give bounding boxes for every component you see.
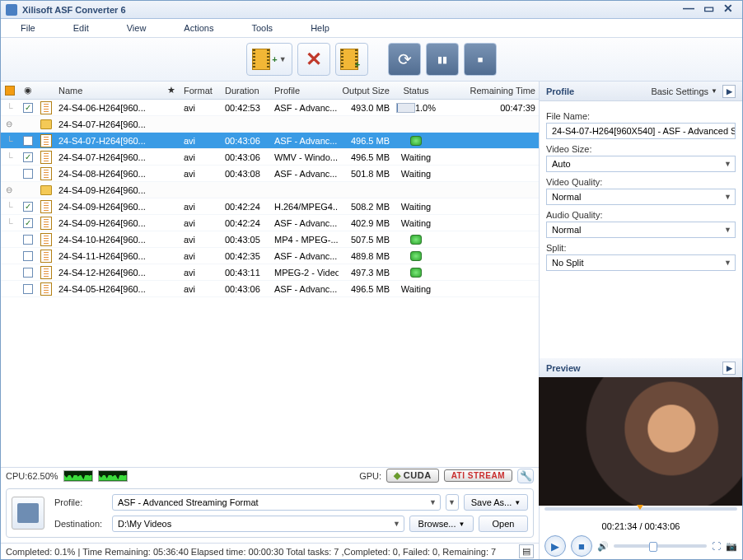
timeline[interactable] xyxy=(540,505,742,520)
grid-body[interactable]: └24-S4-06-H264[960...avi00:42:53ASF - Ad… xyxy=(1,100,539,467)
preview-video[interactable] xyxy=(539,377,742,506)
header-toggle-icon[interactable] xyxy=(5,86,15,96)
menu-actions[interactable]: Actions xyxy=(179,21,218,35)
row-status xyxy=(393,136,439,146)
pause-button[interactable]: ▮▮ xyxy=(426,43,459,76)
stop-button[interactable]: ■ xyxy=(464,43,497,76)
row-checkbox[interactable] xyxy=(23,136,33,146)
folder-icon xyxy=(40,119,52,129)
split-select[interactable]: No Split▼ xyxy=(546,254,736,271)
destination-field[interactable]: D:\My Videos▼ xyxy=(112,516,404,532)
row-profile: MPEG-2 - Video xyxy=(271,268,339,278)
basic-settings-button[interactable]: Basic Settings ▼ xyxy=(651,86,717,96)
row-status: Waiting xyxy=(393,284,439,294)
menu-tools[interactable]: Tools xyxy=(246,21,278,35)
col-star[interactable]: ★ xyxy=(162,85,180,96)
file-row[interactable]: └24-S4-07-H264[960...avi00:43:06WMV - Wi… xyxy=(1,149,539,166)
row-duration: 00:43:06 xyxy=(222,136,271,146)
log-icon[interactable]: ▤ xyxy=(519,544,534,558)
col-profile[interactable]: Profile xyxy=(271,86,339,96)
collapse-icon[interactable]: ⊖ xyxy=(6,119,14,128)
row-checkbox[interactable] xyxy=(23,284,33,294)
row-status xyxy=(393,251,439,261)
stop-preview-button[interactable]: ■ xyxy=(571,535,592,557)
volume-icon[interactable]: 🔊 xyxy=(597,541,609,552)
audioquality-select[interactable]: Normal▼ xyxy=(546,222,736,238)
cpu-label: CPU:62.50% xyxy=(6,471,58,481)
open-button[interactable]: Open xyxy=(479,516,528,532)
profile-select[interactable]: ASF - Advanced Streaming Format▼ xyxy=(112,494,441,511)
row-checkbox[interactable] xyxy=(23,268,33,278)
collapse-icon[interactable]: ⊖ xyxy=(6,185,14,194)
row-checkbox[interactable] xyxy=(23,202,33,212)
row-duration: 00:43:06 xyxy=(222,152,271,162)
file-row[interactable]: 24-S4-11-H264[960...avi00:42:35ASF - Adv… xyxy=(1,248,539,264)
group-row[interactable]: ⊖24-S4-09-H264[960... xyxy=(1,182,539,198)
row-duration: 00:42:24 xyxy=(222,202,271,212)
minimize-button[interactable]: — xyxy=(680,3,698,16)
status-led-icon xyxy=(410,251,422,261)
row-checkbox[interactable] xyxy=(23,251,33,261)
cuda-badge[interactable]: ◆ CUDA xyxy=(386,469,439,483)
col-name[interactable]: Name xyxy=(55,86,162,96)
fullscreen-icon[interactable]: ⛶ xyxy=(712,541,721,551)
play-button[interactable]: ▶ xyxy=(544,535,566,557)
toolbar: +▼ ✕ + ⟳ ▮▮ ■ xyxy=(1,37,742,82)
file-row[interactable]: └24-S4-07-H264[960...avi00:43:06ASF - Ad… xyxy=(1,133,539,149)
row-checkbox[interactable] xyxy=(23,169,33,179)
file-row[interactable]: └24-S4-09-H264[960...avi00:42:24H.264/MP… xyxy=(1,198,539,215)
row-checkbox[interactable] xyxy=(23,235,33,245)
volume-slider[interactable] xyxy=(614,544,707,548)
chevron-down-icon: ▼ xyxy=(724,259,731,267)
profile-options-button[interactable]: ▼ xyxy=(446,494,459,511)
row-checkbox[interactable] xyxy=(23,152,33,162)
file-row[interactable]: 24-S4-05-H264[960...avi00:43:06ASF - Adv… xyxy=(1,281,539,297)
add-profile-button[interactable]: + xyxy=(335,43,368,76)
row-name: 24-S4-12-H264[960... xyxy=(55,268,162,278)
save-as-button[interactable]: Save As...▼ xyxy=(464,494,528,511)
settings-icon[interactable]: 🔧 xyxy=(517,469,534,483)
file-row[interactable]: 24-S4-08-H264[960...avi00:43:08ASF - Adv… xyxy=(1,166,539,182)
row-profile: WMV - Windo... xyxy=(271,152,339,162)
close-button[interactable]: ✕ xyxy=(719,3,737,16)
audioquality-label: Audio Quality: xyxy=(546,210,736,220)
videoquality-select[interactable]: Normal▼ xyxy=(546,189,736,205)
col-remaining[interactable]: Remaining Time xyxy=(439,86,539,96)
maximize-button[interactable]: ▭ xyxy=(699,3,717,16)
col-status[interactable]: Status xyxy=(393,86,439,96)
file-row[interactable]: 24-S4-12-H264[960...avi00:43:11MPEG-2 - … xyxy=(1,264,539,281)
menu-help[interactable]: Help xyxy=(306,21,334,35)
row-profile: ASF - Advanc... xyxy=(271,169,339,179)
convert-button[interactable]: ⟳ xyxy=(388,43,421,76)
ati-badge[interactable]: ATI STREAM xyxy=(444,469,512,482)
menu-view[interactable]: View xyxy=(122,21,152,35)
add-file-button[interactable]: +▼ xyxy=(246,43,292,76)
browse-button[interactable]: Browse...▼ xyxy=(409,516,474,532)
menu-edit[interactable]: Edit xyxy=(68,21,94,35)
videosize-select[interactable]: Auto▼ xyxy=(546,156,736,172)
col-format[interactable]: Format xyxy=(180,86,222,96)
file-row[interactable]: └24-S4-09-H264[960...avi00:42:24ASF - Ad… xyxy=(1,215,539,231)
preview-controls: ▶ ■ 🔊 ⛶ 📷 xyxy=(540,533,742,559)
row-checkbox[interactable] xyxy=(23,218,33,228)
row-remaining: 00:47:39 xyxy=(439,103,539,113)
filename-field[interactable]: 24-S4-07-H264[960X540] - ASF - Advanced … xyxy=(546,123,736,139)
menu-file[interactable]: File xyxy=(16,21,40,35)
expand-preview-button[interactable]: ▶ xyxy=(722,362,736,375)
expand-profile-button[interactable]: ▶ xyxy=(722,85,736,98)
row-duration: 00:42:35 xyxy=(222,251,271,261)
row-checkbox[interactable] xyxy=(23,103,33,113)
row-duration: 00:43:05 xyxy=(222,235,271,245)
chevron-down-icon: ▼ xyxy=(393,520,400,528)
group-row[interactable]: ⊖24-S4-07-H264[960... xyxy=(1,116,539,133)
file-row[interactable]: └24-S4-06-H264[960...avi00:42:53ASF - Ad… xyxy=(1,100,539,116)
check-column-header[interactable]: ◉ xyxy=(19,85,37,96)
snapshot-icon[interactable]: 📷 xyxy=(726,541,737,552)
row-output: 496.5 MB xyxy=(339,136,393,146)
file-row[interactable]: 24-S4-10-H264[960...avi00:43:05MP4 - MPE… xyxy=(1,231,539,248)
row-output: 489.8 MB xyxy=(339,251,393,261)
row-profile: ASF - Advanc... xyxy=(271,136,339,146)
col-duration[interactable]: Duration xyxy=(222,86,271,96)
col-output[interactable]: Output Size xyxy=(339,86,393,96)
remove-button[interactable]: ✕ xyxy=(297,43,330,76)
